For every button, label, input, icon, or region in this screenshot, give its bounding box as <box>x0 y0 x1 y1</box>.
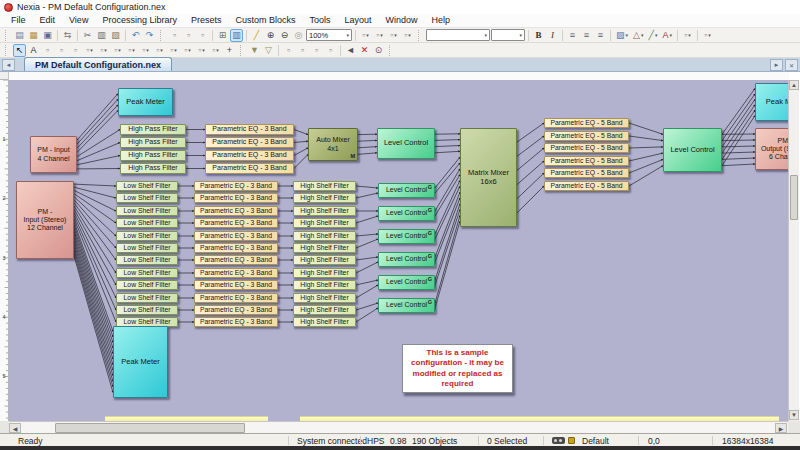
dsp-block-peq3b5[interactable]: Parametric EQ - 3 Band <box>194 231 278 241</box>
dsp-block-lc_right[interactable]: Level Control <box>663 128 722 172</box>
menu-edit[interactable]: Edit <box>33 14 63 27</box>
tab-active[interactable]: PM Default Configuration.nex <box>24 57 172 71</box>
dsp-block-peak_right[interactable]: Peak Meter <box>755 83 788 121</box>
dsp-block-lsf5[interactable]: Low Shelf Filter <box>116 231 178 241</box>
text-tool-button[interactable]: A <box>27 44 40 57</box>
dsp-block-peq3b11[interactable]: Parametric EQ - 3 Band <box>194 305 278 315</box>
layout-view-button[interactable]: ▥ <box>230 29 243 42</box>
block-input-output-button[interactable]: ▫ <box>41 44 54 57</box>
vertical-scroll-thumb[interactable] <box>790 175 798 220</box>
dsp-block-peq3t1[interactable]: Parametric EQ - 3 Band <box>205 124 294 135</box>
dsp-block-hsf7[interactable]: High Shelf Filter <box>293 255 356 265</box>
find-button[interactable]: ⊙ <box>372 44 385 57</box>
dsp-block-hsf11[interactable]: High Shelf Filter <box>293 305 356 315</box>
dsp-block-hsf3[interactable]: High Shelf Filter <box>293 206 356 216</box>
dsp-block-hpf2[interactable]: High Pass Filter <box>120 137 186 148</box>
spacing-menu-button[interactable]: ▫▾ <box>401 29 414 42</box>
vertical-scrollbar[interactable]: ▲ ▼ <box>788 80 799 421</box>
dsp-block-lc2[interactable]: Level ControlG <box>378 206 435 221</box>
dsp-block-lsf8[interactable]: Low Shelf Filter <box>116 268 178 278</box>
zoom-in-button[interactable]: ⊕ <box>264 29 277 42</box>
font-combo[interactable]: ▾ <box>426 29 490 41</box>
block-mixer-button[interactable]: ▫ <box>55 44 68 57</box>
line-width-button[interactable]: ▫▾ <box>681 29 694 42</box>
dsp-block-matrix[interactable]: Matrix Mixer 16x6 <box>460 128 517 227</box>
connect-system-button[interactable]: ▫ <box>168 29 181 42</box>
menu-processing-library[interactable]: Processing Library <box>95 14 184 27</box>
zoom-out-button[interactable]: ⊖ <box>278 29 291 42</box>
dsp-block-lc3[interactable]: Level ControlG <box>378 229 435 244</box>
audio-mute-button[interactable]: ✕ <box>358 44 371 57</box>
dsp-block-pm_in4[interactable]: PM - Input 4 Channel <box>30 136 77 173</box>
scroll-left-icon[interactable]: ◀ <box>9 423 21 433</box>
block-router-button[interactable]: ▫▾ <box>125 44 138 57</box>
dsp-block-hsf12[interactable]: High Shelf Filter <box>293 317 356 327</box>
funnel-off-button[interactable]: ▽ <box>262 44 275 57</box>
dsp-block-lsf6[interactable]: Low Shelf Filter <box>116 243 178 253</box>
equipment-table-button[interactable]: ▫ <box>282 44 295 57</box>
block-generator-button[interactable]: ▫▾ <box>181 44 194 57</box>
network-button[interactable]: ▫ <box>182 29 195 42</box>
dsp-block-peq53[interactable]: Parametric EQ - 5 Band <box>544 143 629 153</box>
scroll-up-icon[interactable]: ▲ <box>789 80 799 90</box>
zoom-combo[interactable]: 100%▾ <box>306 29 352 41</box>
dsp-block-hsf5[interactable]: High Shelf Filter <box>293 231 356 241</box>
equipment-button[interactable]: ▫ <box>196 29 209 42</box>
bold-button[interactable]: B <box>532 29 545 42</box>
text-color-button[interactable]: A▾ <box>660 29 674 42</box>
scroll-down-icon[interactable]: ▼ <box>789 410 799 420</box>
dsp-block-peq3b7[interactable]: Parametric EQ - 3 Band <box>194 255 278 265</box>
dsp-block-hpf4[interactable]: High Pass Filter <box>120 163 186 174</box>
dsp-block-hsf2[interactable]: High Shelf Filter <box>293 193 356 203</box>
filter-funnel-button[interactable]: ▼ <box>248 44 261 57</box>
dsp-block-peq54[interactable]: Parametric EQ - 5 Band <box>544 156 629 166</box>
dsp-block-lsf9[interactable]: Low Shelf Filter <box>116 280 178 290</box>
dsp-block-lsf10[interactable]: Low Shelf Filter <box>116 293 178 303</box>
dsp-block-pm_in12[interactable]: PM - Input (Stereo) 12 Channel <box>16 181 74 259</box>
dsp-block-peq3b4[interactable]: Parametric EQ - 3 Band <box>194 218 278 228</box>
dsp-block-lsf11[interactable]: Low Shelf Filter <box>116 305 178 315</box>
menu-presets[interactable]: Presets <box>184 14 229 27</box>
dsp-block-peq3t2[interactable]: Parametric EQ - 3 Band <box>205 137 294 148</box>
dsp-block-peq3b2[interactable]: Parametric EQ - 3 Band <box>194 193 278 203</box>
dsp-block-hsf9[interactable]: High Shelf Filter <box>293 280 356 290</box>
menu-help[interactable]: Help <box>425 14 458 27</box>
block-equalizer-button[interactable]: ▫ <box>69 44 82 57</box>
block-filter-button[interactable]: ▫▾ <box>83 44 96 57</box>
tab-scroll-right-icon[interactable]: ► <box>770 59 783 71</box>
zoom-full-button[interactable]: ◎ <box>292 29 305 42</box>
dsp-block-peq3b6[interactable]: Parametric EQ - 3 Band <box>194 243 278 253</box>
error-check-button[interactable]: ▫ <box>310 44 323 57</box>
dsp-block-peq3b3[interactable]: Parametric EQ - 3 Band <box>194 206 278 216</box>
dsp-block-peq55[interactable]: Parametric EQ - 5 Band <box>544 168 629 178</box>
dsp-block-peq3t3[interactable]: Parametric EQ - 3 Band <box>205 150 294 161</box>
send-to-device-button[interactable]: ⇆ <box>61 29 74 42</box>
dsp-block-peq3b8[interactable]: Parametric EQ - 3 Band <box>194 268 278 278</box>
compile-button[interactable]: ▫ <box>324 44 337 57</box>
scroll-right-icon[interactable]: ▶ <box>775 423 787 433</box>
paste-button[interactable]: ▧ <box>109 29 122 42</box>
dsp-block-hsf6[interactable]: High Shelf Filter <box>293 243 356 253</box>
size-menu-button[interactable]: ▫▾ <box>387 29 400 42</box>
menu-window[interactable]: Window <box>379 14 425 27</box>
dsp-block-peak_top[interactable]: Peak Meter <box>118 88 173 116</box>
align-menu-button[interactable]: ▫▾ <box>359 29 372 42</box>
block-delay-button[interactable]: ▫▾ <box>139 44 152 57</box>
dsp-block-hsf1[interactable]: High Shelf Filter <box>293 181 356 191</box>
dsp-block-peq3b12[interactable]: Parametric EQ - 3 Band <box>194 317 278 327</box>
menu-tools[interactable]: Tools <box>302 14 337 27</box>
dsp-block-automixer[interactable]: Auto Mixer 4x1M <box>308 128 358 161</box>
open-button[interactable]: ▦ <box>27 29 40 42</box>
dsp-block-peq56[interactable]: Parametric EQ - 5 Band <box>544 181 629 191</box>
dsp-block-lc6[interactable]: Level ControlG <box>378 298 435 313</box>
fill-color-button[interactable]: ▨▾ <box>614 29 630 42</box>
fill-pattern-button[interactable]: ▫▾ <box>701 29 714 42</box>
align-left-button[interactable]: ≡ <box>566 29 579 42</box>
audio-on-button[interactable]: ◄ <box>344 44 357 57</box>
dsp-block-peq52[interactable]: Parametric EQ - 5 Band <box>544 131 629 141</box>
menu-view[interactable]: View <box>62 14 95 27</box>
dsp-block-hsf10[interactable]: High Shelf Filter <box>293 293 356 303</box>
block-control-button[interactable]: ▫▾ <box>153 44 166 57</box>
block-crossover-button[interactable]: ▫▾ <box>97 44 110 57</box>
dsp-block-hsf4[interactable]: High Shelf Filter <box>293 218 356 228</box>
